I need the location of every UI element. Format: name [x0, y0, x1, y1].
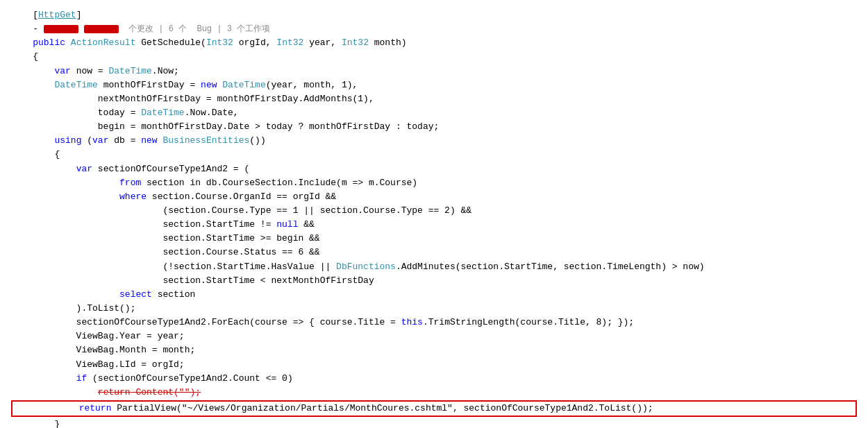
code-line: begin = monthOfFirstDay.Date > today ? m…: [11, 120, 857, 134]
code-token: db =: [108, 135, 141, 146]
code-line: {: [11, 50, 857, 64]
code-token: [: [11, 10, 38, 20]
code-token: ()): [249, 135, 265, 146]
code-token: section.StartTime < nextMonthOfFirstDay: [11, 275, 374, 286]
code-token: nextMonthOfFirstDay = monthOfFirstDay.Ad…: [11, 94, 374, 104]
code-token: [11, 387, 98, 397]
code-token: month): [369, 37, 407, 48]
code-token: BusinessEntities: [162, 135, 249, 146]
code-token: [11, 373, 76, 384]
code-token: new: [201, 80, 217, 90]
code-line: (!section.StartTime.HasValue || DbFuncti…: [11, 260, 857, 274]
code-token: select: [119, 289, 152, 300]
code-token: [11, 80, 54, 90]
code-token: PartialView("~/Views/Organization/Partia…: [111, 403, 653, 413]
code-line: section.Course.Status == 6 &&: [11, 246, 857, 259]
code-line: where section.Course.OrganId == orgId &&: [11, 190, 857, 204]
code-token: section.StartTime !=: [11, 219, 276, 230]
code-line: }: [11, 418, 857, 428]
code-token: DbFunctions: [336, 262, 396, 272]
code-line: select section: [11, 288, 857, 302]
code-token: begin = monthOfFirstDay.Date > today ? m…: [11, 121, 439, 132]
code-token: -: [11, 24, 44, 34]
code-token: ).ToList();: [11, 303, 135, 314]
code-line: DateTime monthOfFirstDay = new DateTime(…: [11, 78, 857, 92]
code-token: GetSchedule(: [135, 37, 206, 48]
code-token: 个更改 | 6 个 Bug | 3 个工作项: [119, 24, 270, 34]
code-token: (year, month, 1),: [266, 80, 358, 90]
code-token: ViewBag.LId = orgId;: [11, 359, 185, 370]
code-token: if: [76, 373, 87, 384]
code-token: section in db.CourseSection.Include(m =>…: [141, 178, 417, 188]
code-token: var: [92, 135, 108, 146]
code-line: public ActionResult GetSchedule(Int32 or…: [11, 36, 857, 50]
code-token: [11, 164, 76, 174]
code-token: Int32: [342, 37, 369, 48]
code-line: sectionOfCourseType1And2.ForEach(course …: [11, 316, 857, 329]
code-token: monthOfFirstDay =: [98, 80, 201, 90]
code-token: (!section.StartTime.HasValue ||: [11, 262, 336, 272]
code-token: var: [76, 164, 92, 174]
code-token: [65, 37, 71, 48]
code-token: DateTime: [222, 80, 265, 90]
code-token: section.Course.OrganId == orgId &&: [147, 191, 336, 202]
code-token: return Content("");: [98, 387, 201, 397]
code-viewer: [HttpGet] - 个更改 | 6 个 Bug | 3 个工作项 publi…: [0, 6, 868, 428]
code-line: from section in db.CourseSection.Include…: [11, 176, 857, 190]
code-token: ]: [76, 10, 82, 20]
code-token: (: [81, 135, 92, 146]
code-line: return PartialView("~/Views/Organization…: [11, 400, 857, 417]
code-token: sectionOfCourseType1And2 = (: [92, 164, 249, 174]
code-token: DateTime: [141, 108, 184, 118]
code-line: ).ToList();: [11, 302, 857, 316]
code-token: using: [54, 135, 81, 146]
code-token: DateTime: [108, 66, 151, 76]
code-token: {: [11, 51, 38, 62]
code-line: section.StartTime >= begin &&: [11, 232, 857, 246]
code-line: (section.Course.Type == 1 || section.Cou…: [11, 204, 857, 218]
code-token: .AddMinutes(section.StartTime, section.T…: [396, 262, 705, 272]
code-token: [11, 135, 54, 146]
code-token: this: [401, 317, 423, 327]
code-token: {: [11, 149, 60, 160]
code-line: ViewBag.LId = orgId;: [11, 358, 857, 372]
code-line: return Content("");: [11, 386, 857, 400]
code-token: null: [276, 219, 298, 230]
code-token: orgId,: [233, 37, 276, 48]
code-token: section: [152, 289, 195, 300]
code-token: section.StartTime >= begin &&: [11, 233, 320, 243]
code-token: public: [33, 37, 65, 48]
code-token: Int32: [276, 37, 303, 48]
code-line: ViewBag.Year = year;: [11, 329, 857, 343]
code-token: DateTime: [54, 80, 97, 90]
code-token: ActionResult: [71, 37, 136, 48]
code-token: where: [119, 191, 147, 202]
code-line: using (var db = new BusinessEntities()): [11, 134, 857, 148]
code-line: var sectionOfCourseType1And2 = (: [11, 162, 857, 176]
code-token: [11, 289, 119, 300]
code-line: nextMonthOfFirstDay = monthOfFirstDay.Ad…: [11, 92, 857, 106]
code-line: {: [11, 148, 857, 162]
code-token: ViewBag.Year = year;: [11, 331, 185, 341]
code-token: .TrimStringLength(course.Title, 8); });: [423, 317, 634, 327]
code-token: [11, 178, 119, 188]
code-line: section.StartTime < nextMonthOfFirstDay: [11, 274, 857, 288]
code-token: new: [141, 135, 157, 146]
code-token: .Now;: [152, 66, 179, 76]
code-line: ViewBag.Month = month;: [11, 343, 857, 357]
code-token: year,: [303, 37, 342, 48]
code-token: section.Course.Status == 6 &&: [11, 247, 320, 257]
code-token: [11, 37, 33, 48]
code-token: ViewBag.Month = month;: [11, 345, 195, 355]
code-line: if (sectionOfCourseType1And2.Count <= 0): [11, 372, 857, 386]
code-token: from: [119, 178, 141, 188]
code-line: [HttpGet]: [11, 8, 857, 22]
redacted-text: [84, 25, 119, 33]
code-token: (sectionOfCourseType1And2.Count <= 0): [87, 373, 292, 384]
code-token: &&: [298, 219, 314, 230]
code-line: var now = DateTime.Now;: [11, 65, 857, 78]
code-token: Int32: [206, 37, 233, 48]
code-token: (section.Course.Type == 1 || section.Cou…: [11, 205, 471, 216]
code-token: return: [79, 403, 112, 413]
code-token: HttpGet: [38, 10, 76, 20]
